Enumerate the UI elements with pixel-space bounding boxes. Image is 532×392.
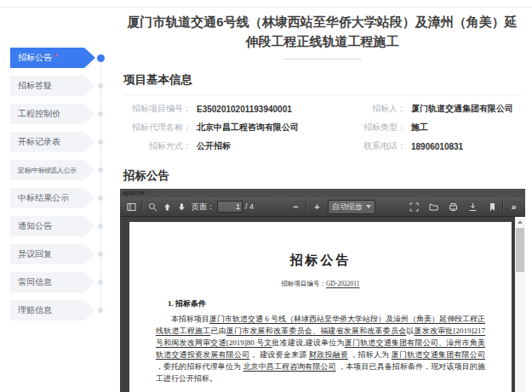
sidebar-row: 定标/中标候选人公示 (10, 160, 112, 180)
sidebar-item[interactable]: 定标/中标候选人公示 (10, 160, 95, 180)
page-title: 厦门市轨道交通6号线（林埭西站至华侨大学站段）及漳州（角美）延伸段工程正线轨道工… (123, 12, 521, 51)
timeline-dot (98, 252, 103, 257)
toolbar-separator (502, 202, 504, 212)
basic-info-heading: 项目基本信息 (123, 72, 521, 88)
sidebar-item[interactable]: 理赔信息 (10, 300, 95, 321)
sidebar-row: 招标公告* (10, 48, 112, 68)
sidebar-item-label: 招标答疑 (18, 81, 52, 90)
info-field-label: 招标项目编号： (123, 103, 192, 115)
info-field-label: 招标类型： (338, 122, 406, 134)
page-number-input[interactable] (217, 201, 243, 213)
zoom-mode-value: 自动缩放 (332, 202, 363, 213)
toolbar-separator (141, 202, 143, 212)
basic-info-divider (123, 94, 521, 95)
toolbar-separator (306, 202, 307, 212)
previous-page-button[interactable] (160, 200, 174, 214)
timeline-dot (98, 196, 103, 201)
pdf-document-area: 招标公告 招标项目编号：GD-2022011 1. 招标条件 本招标项目厦门市轨… (120, 217, 525, 392)
doc-number-line: 招标项目编号：GD-2022011 (156, 280, 485, 288)
toolbar-right-group: » (407, 200, 521, 214)
zoom-mode-select[interactable]: 自动缩放 (328, 200, 375, 214)
doc-text-segment: 北京中昌工程咨询有限公司 (243, 362, 336, 371)
doc-text-segment: 财政投融资 (309, 350, 348, 359)
doc-text-segment: 厦门市发展和改革委员会、福建省发展和改革委员会 (226, 327, 407, 335)
page-label: 页面： (192, 202, 215, 213)
zoom-in-button[interactable]: + (310, 200, 324, 214)
sidebar-row: 通知公告 (10, 216, 112, 236)
download-button[interactable] (466, 200, 480, 214)
pdf-page: 招标公告 招标项目编号：GD-2022011 1. 招标条件 本招标项目厦门市轨… (129, 222, 512, 392)
next-page-button[interactable] (174, 200, 189, 214)
sidebar-item-label: 异议回复 (18, 249, 52, 258)
print-button[interactable] (446, 200, 460, 214)
doc-text-segment: 以 (406, 327, 414, 335)
sidebar-toggle-button[interactable] (124, 200, 139, 214)
doc-paragraph: 本招标项目厦门市轨道交通 6 号线（林埭西站至华侨大学站段）及漳州（角美）延伸段… (156, 313, 485, 384)
more-tools-button[interactable]: » (506, 200, 521, 214)
sidebar-item[interactable]: 开标记录表 (10, 132, 95, 152)
basic-info-grid: 招标项目编号：E3502010201193940001招标人：厦门轨道交通集团有… (123, 99, 521, 156)
timeline-dot (98, 139, 103, 145)
info-field: 招标代理名称：北京中昌工程咨询有限公司 (123, 118, 338, 137)
chevron-double-right-icon: » (511, 202, 516, 212)
sidebar-item[interactable]: 通知公告 (10, 216, 95, 236)
main-content: 厦门市轨道交通6号线（林埭西站至华侨大学站段）及漳州（角美）延伸段工程正线轨道工… (123, 12, 521, 210)
scrollbar-thumb[interactable] (516, 228, 524, 272)
search-button[interactable] (146, 200, 160, 214)
doc-number-label: 招标项目编号： (282, 280, 327, 287)
info-field-value: 公开招标 (197, 140, 231, 152)
doc-text-segment: 批准建设,建设单位为 (272, 338, 345, 347)
sidebar-row: 工程控制价 (10, 104, 112, 124)
doc-text-segment: 厦门轨道交通集团有限公司 (392, 350, 485, 359)
doc-number-value: GD-2022011 (326, 280, 359, 287)
sidebar-item-label: 开标记录表 (18, 137, 60, 146)
info-field-label: 招标代理名称： (123, 122, 192, 134)
info-field-label: 招标方式： (123, 140, 192, 152)
sidebar-item-label: 理赔信息 (18, 305, 52, 315)
sidebar-row: 异议回复 (10, 244, 112, 264)
page-count: / 4 (245, 202, 254, 211)
sidebar-row: 中标结果公示 (10, 188, 112, 208)
plus-icon: + (314, 202, 319, 212)
sidebar-item[interactable]: 雷同信息 (10, 272, 95, 293)
pdf-embed-title: apache (120, 189, 525, 197)
zoom-out-button[interactable]: − (289, 200, 303, 214)
presentation-mode-button[interactable] (407, 200, 421, 214)
sidebar-item[interactable]: 异议回复 (10, 244, 95, 264)
info-field-value: 厦门轨道交通集团有限公司 (411, 103, 513, 115)
sidebar-item-label: 定标/中标候选人公示 (18, 167, 76, 174)
open-file-button[interactable] (426, 200, 441, 214)
pdf-scrollbar[interactable] (515, 217, 525, 392)
info-field: 招标人：厦门轨道交通集团有限公司 (338, 99, 521, 118)
announcement-heading: 招标公告 (123, 168, 521, 184)
info-field-value: E3502010201193940001 (197, 105, 292, 114)
timeline-dot (97, 54, 105, 62)
scrollbar-up-button[interactable] (515, 217, 525, 227)
sidebar-item[interactable]: 工程控制价 (10, 104, 95, 124)
info-field-value: 北京中昌工程咨询有限公司 (197, 122, 299, 134)
timeline-dot (98, 224, 103, 229)
sidebar-item[interactable]: 招标公告* (10, 48, 95, 68)
doc-text-segment: 本招标项目 (171, 315, 209, 323)
sidebar-row: 开标记录表 (10, 132, 112, 152)
sidebar-item-label: 通知公告 (18, 221, 52, 230)
info-field-label: 联系电话： (338, 140, 406, 152)
doc-text-segment: ， 建设资金来源 (249, 350, 308, 359)
sidebar-nav: 招标公告*招标答疑工程控制价开标记录表定标/中标候选人公示中标结果公示通知公告异… (10, 48, 112, 328)
sidebar-item-label: 招标公告 (18, 53, 52, 62)
bookmark-button[interactable] (485, 200, 500, 214)
arrow-up-icon (518, 220, 523, 224)
info-field-value: 施工 (411, 122, 428, 134)
timeline-dot (98, 280, 103, 285)
sidebar-item[interactable]: 中标结果公示 (10, 188, 95, 208)
sidebar-item-label: 工程控制价 (18, 109, 60, 118)
timeline-dot (98, 111, 103, 116)
minus-icon: − (293, 202, 298, 212)
info-field: 招标方式：公开招标 (123, 137, 338, 156)
doc-text-segment: 已由 (210, 327, 226, 335)
title-underline (283, 59, 362, 60)
timeline-dot (98, 83, 103, 88)
sidebar-row: 理赔信息 (10, 300, 112, 321)
sidebar-item[interactable]: 招标答疑 (10, 76, 95, 96)
sidebar-row: 雷同信息 (10, 272, 112, 293)
